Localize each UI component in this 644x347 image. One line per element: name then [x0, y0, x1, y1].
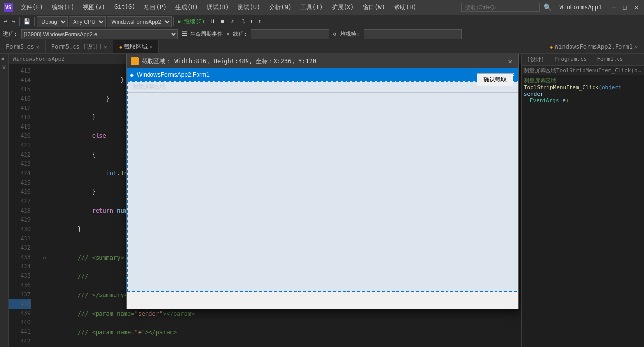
code-line-426: /// <param name="sender"></param> — [40, 309, 521, 319]
thread-label: • 线程: — [226, 30, 247, 38]
stackframe-label: 堆栈帧: — [340, 30, 360, 38]
search-icon[interactable]: 🔍 — [544, 3, 552, 11]
tab-screenshot-close[interactable]: ✕ — [149, 44, 152, 50]
debug-mode-select[interactable]: Debug — [37, 16, 68, 27]
dialog-body: 确认截取 ◆ WindowsFormsApp2.Form1 ─ □ ✕ — [127, 68, 518, 309]
dialog-icon — [131, 57, 139, 65]
continue-btn[interactable]: ▶ 继续(C) — [176, 17, 207, 26]
lifecycle-events-btn[interactable]: ☰ 生命周期事件 — [182, 30, 223, 38]
process-bar: 进程: [13908] WindowsFormsApp2.e ☰ 生命周期事件 … — [0, 28, 644, 40]
sidebar-toggle[interactable]: ◀ — [0, 54, 8, 63]
form-title-bar: ◆ WindowsFormsApp2.Form1 ─ □ ✕ — [127, 68, 518, 81]
menu-git[interactable]: Git(G) — [110, 1, 139, 14]
dialog-title-bar: 截取区域： Width:816, Height:489, 坐标：X:236, Y… — [127, 54, 518, 68]
platform-select[interactable]: Any CPU — [69, 16, 106, 27]
stop-btn[interactable]: ⏹ — [218, 17, 227, 26]
dialog-close-btn[interactable]: ✕ — [506, 57, 514, 65]
sidebar: ◀ W — [0, 54, 9, 347]
code-text-426: /// <param name="sender"></param> — [50, 309, 521, 319]
step-over-btn[interactable]: ⤵ — [240, 17, 247, 26]
menu-tools[interactable]: 工具(T) — [297, 1, 327, 14]
right-tab-form1[interactable]: Form1.cs — [592, 54, 628, 65]
thread-input[interactable] — [251, 29, 329, 39]
step-out-btn[interactable]: ⬆ — [256, 17, 264, 26]
tab-form1-label: WindowsFormsApp2.Form1 — [555, 43, 633, 50]
form-background: ◆ WindowsFormsApp2.Form1 ─ □ ✕ 测量屏幕区域 — [127, 68, 518, 309]
restart-btn[interactable]: ↺ — [228, 17, 236, 26]
line-numbers: 413414415416417 418419420421422 42342442… — [9, 64, 36, 347]
menu-bar: 文件(F) 编辑(E) 视图(V) Git(G) 项目(P) 生成(B) 调试(… — [17, 1, 421, 14]
tab-form5cs-close[interactable]: ✕ — [36, 44, 39, 50]
dialog-title-text: 截取区域： Width:816, Height:489, 坐标：X:236, Y… — [142, 57, 503, 66]
process-select[interactable]: [13908] WindowsFormsApp2.e — [21, 29, 178, 39]
tab-form5cs-design-label: Form5.cs [设计] — [51, 43, 102, 51]
menu-build[interactable]: 生成(B) — [172, 1, 202, 14]
tab-form1[interactable]: ◆ WindowsFormsApp2.Form1 ✕ — [544, 40, 644, 53]
menu-test[interactable]: 测试(U) — [234, 1, 264, 14]
title-bar-right: 🔍 WinFormsApp1 ─ □ ✕ — [461, 3, 640, 12]
stackframe-input[interactable] — [364, 29, 462, 39]
screenshot-dialog: 截取区域： Width:816, Height:489, 坐标：X:236, Y… — [126, 54, 519, 309]
minimize-btn[interactable]: ─ — [610, 4, 617, 11]
right-tab-design[interactable]: [设计] — [522, 54, 549, 65]
toolbar-sep-4 — [238, 17, 238, 26]
toolbar-sep-2 — [34, 17, 35, 26]
tab-screenshot[interactable]: ◆ 截取区域 ✕ — [113, 40, 159, 53]
tab-form5cs-design-close[interactable]: ✕ — [104, 44, 107, 50]
code-line-427: /// <param name="e"></param> — [40, 328, 521, 337]
tabs-row: Form5.cs ✕ Form5.cs [设计] ✕ ◆ 截取区域 ✕ ◆ Wi… — [0, 40, 644, 54]
pause-btn[interactable]: ⏸ — [208, 17, 217, 26]
menu-debug[interactable]: 调试(D) — [203, 1, 233, 14]
menu-view[interactable]: 视图(V) — [79, 1, 109, 14]
tab-form5cs[interactable]: Form5.cs ✕ — [0, 40, 46, 53]
code-text-427: /// <param name="e"></param> — [50, 328, 521, 337]
search-input[interactable] — [461, 3, 540, 12]
gutter-423[interactable]: ⊟ — [40, 253, 50, 263]
form-icon: ◆ — [130, 72, 134, 78]
redo-btn[interactable]: ↪ — [10, 17, 18, 26]
form-body: 测量屏幕区域 — [127, 81, 518, 309]
toolbar-sep-3 — [173, 17, 174, 26]
tab-form5cs-label: Form5.cs — [6, 43, 34, 50]
filter-icon[interactable]: ⚙ — [333, 31, 336, 37]
screenshot-icon: ◆ — [119, 44, 122, 50]
toolbar: ↩ ↪ 💾 Debug Any CPU WindowsFormsApp2 ▶ 继… — [0, 15, 644, 28]
right-tab-program[interactable]: Program.cs — [549, 54, 592, 65]
title-bar: VS 文件(F) 编辑(E) 视图(V) Git(G) 项目(P) 生成(B) … — [0, 0, 644, 15]
right-panel: [设计] Program.cs Form1.cs 测量屏幕区域ToolStrip… — [521, 54, 644, 347]
right-breadcrumb: 测量屏幕区域ToolStripMenuItem_Click(objec — [522, 66, 644, 75]
form-title-text: WindowsFormsApp2.Form1 — [137, 71, 210, 78]
step-into-btn[interactable]: ⬇ — [248, 17, 255, 26]
form1-icon: ◆ — [550, 44, 553, 50]
maximize-btn[interactable]: □ — [621, 4, 629, 11]
right-code-content: 测量屏幕区域ToolStripMenuItem_Click(object sen… — [524, 77, 642, 104]
right-content: 测量屏幕区域ToolStripMenuItem_Click(object sen… — [522, 75, 644, 347]
process-label: 进程: — [3, 30, 17, 38]
vs-logo: VS — [4, 3, 13, 12]
menu-analyze[interactable]: 分析(N) — [265, 1, 296, 14]
breadcrumb-text: WindowsFormsApp2 — [13, 56, 65, 62]
sidebar-ws-label: W — [0, 63, 8, 71]
confirm-capture-btn[interactable]: 确认截取 — [477, 73, 513, 86]
tab-screenshot-label: 截取区域 — [124, 43, 148, 51]
project-select[interactable]: WindowsFormsApp2 — [107, 16, 172, 27]
form-content-area — [127, 81, 518, 309]
tab-form1-close[interactable]: ✕ — [635, 44, 638, 50]
save-btn[interactable]: 💾 — [22, 17, 32, 26]
close-btn[interactable]: ✕ — [633, 4, 640, 11]
undo-btn[interactable]: ↩ — [2, 17, 9, 26]
menu-file[interactable]: 文件(F) — [17, 1, 47, 14]
app-title: WinFormsApp1 — [556, 4, 606, 11]
main-area: ◀ W WindowsFormsApp2 413414415416417 418… — [0, 54, 644, 347]
tab-form5cs-design[interactable]: Form5.cs [设计] ✕ — [46, 40, 114, 53]
menu-extensions[interactable]: 扩展(X) — [328, 1, 358, 14]
selection-rectangle — [127, 81, 518, 292]
right-tabs: [设计] Program.cs Form1.cs — [522, 54, 644, 66]
editor-area: WindowsFormsApp2 413414415416417 4184194… — [9, 54, 521, 347]
menu-help[interactable]: 帮助(H) — [390, 1, 421, 14]
toolbar-sep-1 — [19, 17, 20, 26]
menu-edit[interactable]: 编辑(E) — [48, 1, 78, 14]
menu-window[interactable]: 窗口(W) — [359, 1, 389, 14]
menu-project[interactable]: 项目(P) — [140, 1, 171, 14]
